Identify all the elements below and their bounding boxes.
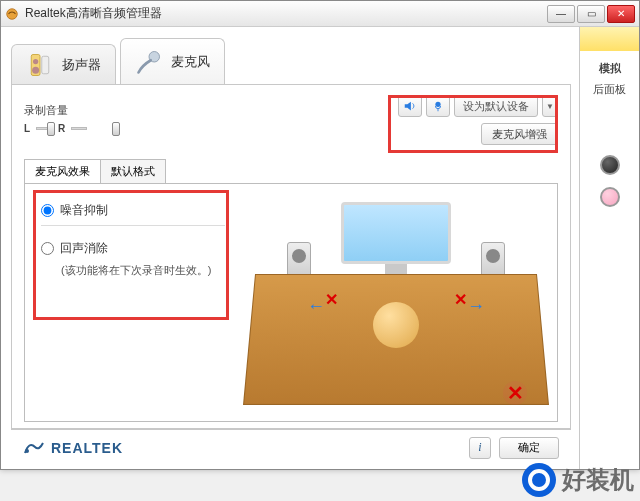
echo-cancel-radio[interactable] — [41, 242, 54, 255]
set-default-device-button[interactable]: 设为默认设备 — [454, 95, 538, 117]
echo-cancel-note: (该功能将在下次录音时生效。) — [61, 263, 225, 278]
x-mark-icon: ✕ — [325, 290, 338, 309]
arrow-right-icon: → — [467, 296, 485, 317]
arrow-left-icon: ← — [307, 296, 325, 317]
realtek-logo: REALTEK — [23, 439, 123, 457]
app-window: Realtek高清晰音频管理器 — ▭ ✕ 扬声器 麦克风 — [0, 0, 640, 470]
microphone-panel: 录制音量 L R — [11, 85, 571, 429]
volume-slider[interactable] — [71, 120, 87, 138]
tab-speaker[interactable]: 扬声器 — [11, 44, 116, 84]
subtab-mic-effects[interactable]: 麦克风效果 — [24, 159, 101, 183]
balance-l: L — [24, 123, 30, 134]
illustration: ← → ✕ ✕ ✕ — [235, 184, 557, 421]
mic-boost-button[interactable]: 麦克风增强 — [481, 123, 558, 145]
tab-microphone[interactable]: 麦克风 — [120, 38, 225, 84]
rear-panel-label: 后面板 — [593, 82, 626, 97]
connector-panel: 模拟 后面板 — [579, 27, 639, 469]
ok-button[interactable]: 确定 — [499, 437, 559, 459]
recording-volume-label: 录制音量 — [24, 103, 87, 118]
jack-mic-in[interactable] — [600, 187, 620, 207]
tab-microphone-label: 麦克风 — [171, 53, 210, 71]
speaker-icon — [26, 51, 54, 79]
info-button[interactable]: i — [469, 437, 491, 459]
subtabs: 麦克风效果 默认格式 — [24, 159, 558, 183]
noise-suppression-radio[interactable] — [41, 204, 54, 217]
balance-r: R — [58, 123, 65, 134]
monitor-icon — [341, 202, 451, 282]
device-tabs: 扬声器 麦克风 — [11, 33, 571, 85]
mic-effects-panel: 噪音抑制 回声消除 (该功能将在下次录音时生效。) — [24, 183, 558, 422]
svg-point-6 — [435, 102, 440, 107]
close-button[interactable]: ✕ — [607, 5, 635, 23]
tab-speaker-label: 扬声器 — [62, 56, 101, 74]
svg-point-7 — [25, 449, 29, 453]
echo-cancel-option[interactable]: 回声消除 — [41, 240, 225, 257]
window-title: Realtek高清晰音频管理器 — [25, 5, 162, 22]
jack-line-in[interactable] — [600, 155, 620, 175]
minimize-button[interactable]: — — [547, 5, 575, 23]
svg-point-2 — [33, 58, 38, 63]
user-head-icon — [373, 302, 419, 348]
svg-point-3 — [32, 66, 39, 73]
echo-cancel-label: 回声消除 — [60, 240, 108, 257]
x-mark-icon: ✕ — [454, 290, 467, 309]
x-mark-icon: ✕ — [503, 381, 527, 405]
analog-label: 模拟 — [599, 61, 621, 76]
svg-rect-4 — [42, 56, 49, 74]
device-dropdown[interactable]: ▼ — [542, 95, 558, 117]
mute-playback-button[interactable] — [398, 95, 422, 117]
divider — [41, 225, 225, 226]
microphone-icon — [135, 48, 163, 76]
svg-point-0 — [7, 8, 18, 19]
app-icon — [5, 7, 19, 21]
titlebar: Realtek高清晰音频管理器 — ▭ ✕ — [1, 1, 639, 27]
balance-slider[interactable] — [36, 120, 52, 138]
noise-suppression-option[interactable]: 噪音抑制 — [41, 202, 225, 219]
brand-text: REALTEK — [51, 440, 123, 456]
set-default-label: 设为默认设备 — [463, 99, 529, 114]
subtab-default-format[interactable]: 默认格式 — [101, 159, 166, 183]
mute-record-button[interactable] — [426, 95, 450, 117]
maximize-button[interactable]: ▭ — [577, 5, 605, 23]
noise-suppression-label: 噪音抑制 — [60, 202, 108, 219]
footer: REALTEK i 确定 — [11, 429, 571, 465]
